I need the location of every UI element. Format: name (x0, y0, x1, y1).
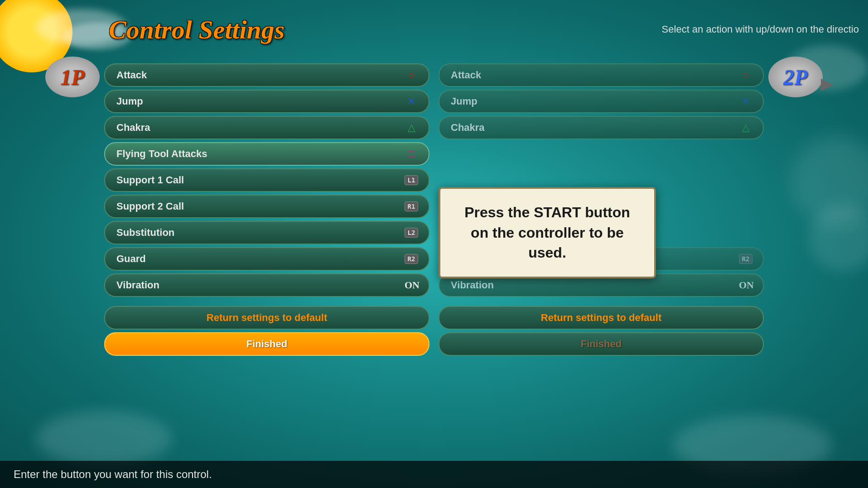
p1-support1-label: Support 1 Call (116, 174, 184, 186)
p1-finished-label: Finished (246, 338, 287, 350)
p1-reset-label: Return settings to default (207, 312, 327, 324)
p1-substitution-label: Substitution (116, 227, 174, 239)
p1-jump-label: Jump (116, 96, 143, 107)
p1-attack-label: Attack (116, 69, 147, 81)
p1-flying-tool-label: Flying Tool Attacks (116, 148, 207, 160)
popup-overlay: Press the START button on the controller… (331, 59, 764, 407)
p1-support2-label: Support 2 Call (116, 201, 184, 212)
header: Control Settings Select an action with u… (0, 0, 868, 59)
status-text: Enter the button you want for this contr… (14, 468, 212, 481)
p1-guard-label: Guard (116, 253, 146, 265)
popup-text: Press the START button on the controller… (458, 202, 636, 263)
instruction-text: Select an action with up/down on the dir… (662, 24, 859, 35)
p1-chakra-label: Chakra (116, 122, 150, 134)
status-bar: Enter the button you want for this contr… (0, 461, 868, 488)
popup-dialog: Press the START button on the controller… (439, 187, 656, 278)
p1-vibration-label: Vibration (116, 279, 159, 291)
player1-label: 1P (60, 65, 84, 90)
player2-label: 2P (783, 65, 807, 90)
page-title: Control Settings (109, 14, 285, 45)
